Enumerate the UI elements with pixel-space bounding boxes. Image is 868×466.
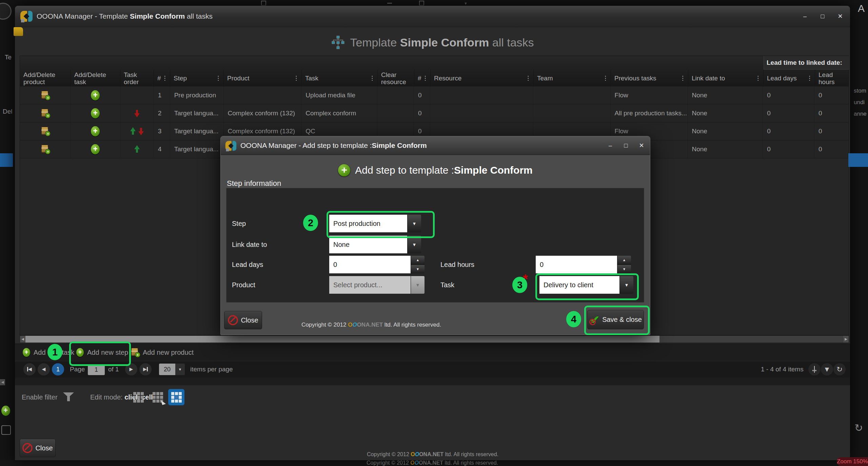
add-task-icon[interactable]: + [91,108,100,118]
cell-resource-count[interactable]: 0 [414,104,430,122]
cell-resource[interactable] [430,86,533,104]
cell-task[interactable]: Complex conform [301,104,377,122]
lead-hours-spinner[interactable]: 0 ▲▼ [536,256,631,273]
move-up-icon[interactable] [130,127,136,135]
cell-number[interactable]: 3 [154,122,170,140]
spin-down-icon[interactable]: ▼ [617,265,631,274]
table-row[interactable]: +×+✖2Target langua...Complex conform (13… [20,104,849,122]
cell-link-date-to[interactable]: None [688,140,763,158]
column-header-product[interactable]: Product⋮ [224,70,302,86]
add-task-icon[interactable]: + [91,126,100,136]
add-new-product-button[interactable]: + Add new product [131,344,194,361]
maximize-icon[interactable]: □ [817,12,828,21]
dialog-title-bar[interactable]: OOONA Manager - Add step to template :Si… [221,136,650,155]
dialog-maximize-icon[interactable]: □ [621,141,631,150]
cell-previous-tasks[interactable]: Flow [611,86,688,104]
cell-step[interactable]: Target langua... [170,122,224,140]
cell-clear-resource[interactable] [377,104,414,122]
cell-lead-hours[interactable]: 0 [814,86,849,104]
first-page-button[interactable]: ◀ [23,363,36,375]
column-menu-icon[interactable]: ⋮ [524,75,532,82]
column-header-lead-hours[interactable]: Lead hours [815,70,849,86]
add-product-icon[interactable]: + [41,144,50,154]
cell-number[interactable]: 4 [154,140,170,158]
scroll-right-icon[interactable]: ▶ [843,336,849,343]
cell-lead-hours[interactable]: 0 [814,104,849,122]
edit-mode-grid-button[interactable] [130,389,146,405]
spin-up-icon[interactable]: ▲ [411,256,425,265]
cell-step[interactable]: Target langua... [170,104,224,122]
cell-lead-days[interactable]: 0 [763,104,814,122]
page-size-dropdown-icon[interactable]: ▼ [175,364,185,375]
dropdown-arrow-icon[interactable]: ▼ [407,236,421,253]
minimize-icon[interactable]: – [800,12,810,21]
cell-number[interactable]: 2 [154,104,170,122]
cell-resource[interactable] [430,104,533,122]
cell-team[interactable] [533,104,611,122]
cell-lead-days[interactable]: 0 [763,140,814,158]
column-header-clear-resource[interactable]: Clear resource [378,70,414,86]
cell-team[interactable] [533,86,611,104]
column-header-link-date-to[interactable]: Link date to⋮ [688,70,764,86]
column-menu-icon[interactable]: ⋮ [368,75,376,82]
column-header-task[interactable]: Task⋮ [302,70,378,86]
cell-link-date-to[interactable]: None [688,86,763,104]
table-row[interactable]: ++✖1Pre productionUpload media file0Flow… [20,86,849,104]
column-menu-icon[interactable]: ⋮ [421,75,429,82]
column-menu-icon[interactable]: ⋮ [806,75,813,82]
cell-lead-days[interactable]: 0 [763,122,814,140]
column-menu-icon[interactable]: ⋮ [601,75,609,82]
column-header-resource[interactable]: Resource⋮ [431,70,534,86]
edit-mode-cell-button[interactable] [168,389,184,405]
link-date-dropdown[interactable]: None ▼ [329,236,421,253]
main-title-bar[interactable]: OOONA Manager - Template Simple Conform … [15,6,850,27]
dialog-close-button[interactable]: Close [224,311,262,329]
cell-link-date-to[interactable]: None [688,122,763,140]
lead-days-spinner[interactable]: 0 ▲▼ [329,256,425,273]
cell-lead-hours[interactable]: 0 [814,140,849,158]
column-menu-icon[interactable]: ⋮ [161,75,169,82]
column-header-previous-tasks[interactable]: Previous tasks⋮ [611,70,688,86]
column-header-step[interactable]: Step⋮ [170,70,224,86]
current-page-button[interactable]: 1 [52,363,64,375]
move-down-icon[interactable] [134,109,140,117]
cell-step[interactable]: Target langua... [170,140,224,158]
column-header-task-order[interactable]: Task order [120,70,154,86]
cell-lead-hours[interactable]: 0 [814,122,849,140]
cell-product[interactable] [224,86,302,104]
dialog-minimize-icon[interactable]: – [605,141,615,150]
column-header-number-1[interactable]: #⋮ [154,70,170,86]
main-close-button[interactable]: Close [20,439,56,457]
horizontal-scrollbar[interactable]: ◀ ▶ [20,335,849,343]
cell-product[interactable]: Complex conform (132) [224,104,302,122]
dialog-close-icon[interactable]: ✕ [636,141,647,150]
column-header-number-2[interactable]: #⋮ [414,70,431,86]
cell-link-date-to[interactable]: None [688,104,763,122]
cell-task[interactable]: Upload media file [301,86,377,104]
move-up-icon[interactable] [134,145,140,153]
cell-step[interactable]: Pre production [170,86,224,104]
edit-mode-cursor-button[interactable] [150,389,166,405]
last-page-button[interactable]: ▶ [139,363,152,375]
column-header-lead-days[interactable]: Lead days⋮ [764,70,815,86]
move-down-icon[interactable] [138,127,144,135]
refresh-icon[interactable]: ↻ [833,363,846,375]
spin-up-icon[interactable]: ▲ [617,256,631,265]
spin-down-icon[interactable]: ▼ [411,265,425,274]
fit-columns-icon[interactable]: ↔ [808,363,821,375]
column-menu-icon[interactable]: ⋮ [292,75,300,82]
previous-page-button[interactable]: ◀ [38,363,50,375]
close-icon[interactable]: ✕ [835,12,845,21]
add-product-icon[interactable]: + [41,91,50,100]
page-size-value[interactable]: 20 [159,364,175,375]
column-menu-icon[interactable]: ⋮ [679,75,687,82]
add-product-icon[interactable]: + [41,109,50,118]
filter-funnel-icon[interactable] [63,392,74,402]
cell-previous-tasks[interactable]: All pre production tasks... [611,104,688,122]
column-menu-icon[interactable]: ⋮ [214,75,222,82]
column-header-add-delete-task[interactable]: Add/Delete task [71,70,120,86]
column-header-team[interactable]: Team⋮ [534,70,611,86]
cell-number[interactable]: 1 [154,86,170,104]
clear-filter-icon[interactable]: ▼ [821,363,833,375]
scroll-left-icon[interactable]: ◀ [20,336,25,343]
